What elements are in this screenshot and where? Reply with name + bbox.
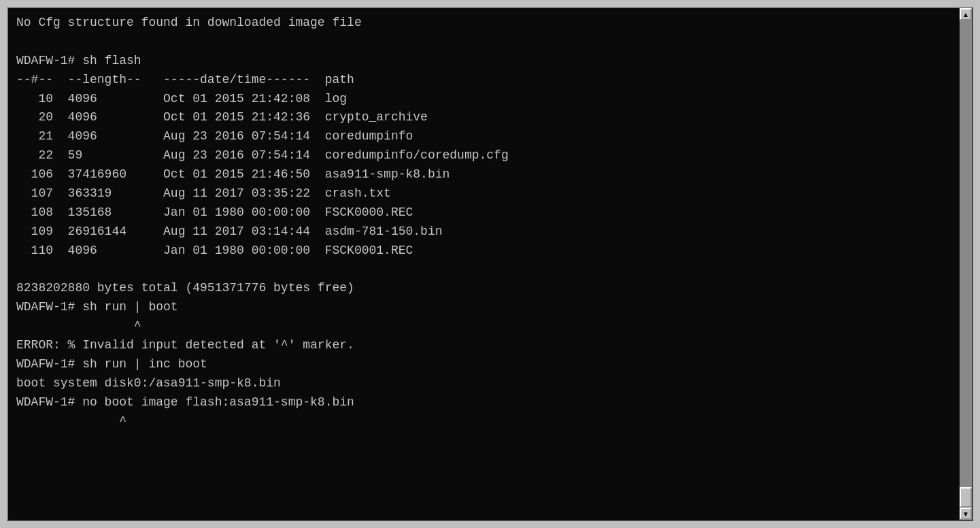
terminal-line: WDAFW-1# sh run | boot xyxy=(16,298,964,317)
terminal-line: 110 4096 Jan 01 1980 00:00:00 FSCK0001.R… xyxy=(16,242,964,261)
scrollbar-thumb[interactable] xyxy=(960,487,972,508)
terminal-line xyxy=(16,33,964,52)
terminal-line: 21 4096 Aug 23 2016 07:54:14 coredumpinf… xyxy=(16,127,964,146)
terminal-line: boot system disk0:/asa911-smp-k8.bin xyxy=(16,374,964,393)
terminal-content: No Cfg structure found in downloaded ima… xyxy=(8,8,972,520)
scroll-up-button[interactable]: ▲ xyxy=(960,8,972,20)
terminal-line: WDAFW-1# sh run | inc boot xyxy=(16,355,964,374)
terminal-line: ^ xyxy=(16,412,964,431)
terminal-line: 8238202880 bytes total (4951371776 bytes… xyxy=(16,279,964,298)
terminal-line: 106 37416960 Oct 01 2015 21:46:50 asa911… xyxy=(16,165,964,184)
terminal-line: No Cfg structure found in downloaded ima… xyxy=(16,14,964,33)
terminal-line xyxy=(16,261,964,280)
scroll-down-button[interactable]: ▼ xyxy=(960,508,972,520)
scrollbar[interactable]: ▲ ▼ xyxy=(960,8,972,520)
scrollbar-track xyxy=(960,20,972,508)
terminal-line: ^ xyxy=(16,317,964,336)
terminal-line: 10 4096 Oct 01 2015 21:42:08 log xyxy=(16,90,964,109)
terminal-line: 20 4096 Oct 01 2015 21:42:36 crypto_arch… xyxy=(16,108,964,127)
terminal-line: WDAFW-1# no boot image flash:asa911-smp-… xyxy=(16,393,964,412)
terminal-window: No Cfg structure found in downloaded ima… xyxy=(7,7,973,521)
terminal-line: 22 59 Aug 23 2016 07:54:14 coredumpinfo/… xyxy=(16,146,964,165)
terminal-line: 108 135168 Jan 01 1980 00:00:00 FSCK0000… xyxy=(16,203,964,222)
terminal-line: 109 26916144 Aug 11 2017 03:14:44 asdm-7… xyxy=(16,222,964,242)
terminal-line: 107 363319 Aug 11 2017 03:35:22 crash.tx… xyxy=(16,184,964,203)
terminal-line: --#-- --length-- -----date/time------ pa… xyxy=(16,71,964,90)
terminal-line: WDAFW-1# sh flash xyxy=(16,52,964,71)
terminal-line: ERROR: % Invalid input detected at '^' m… xyxy=(16,336,964,355)
